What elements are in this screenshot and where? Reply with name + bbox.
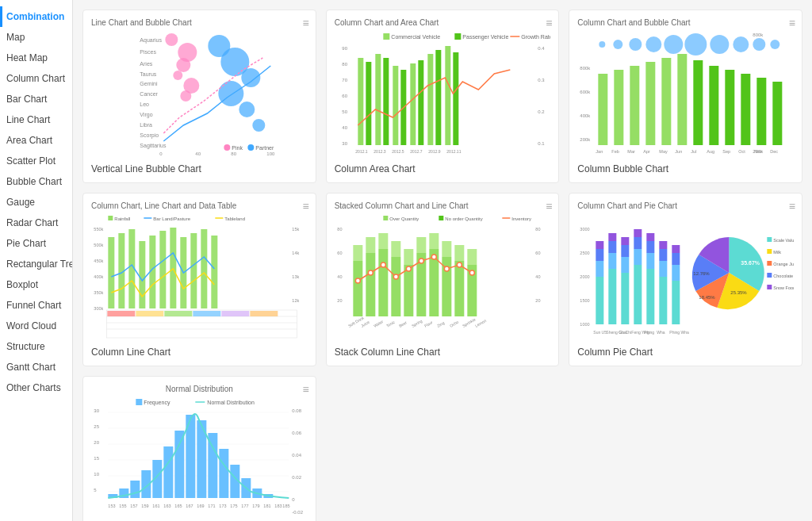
chart-menu-icon-6[interactable]: ≡: [789, 200, 795, 213]
svg-rect-205: [596, 249, 604, 261]
chart-title-1: Vertical Line Bubble Chart: [91, 163, 308, 174]
svg-rect-122: [108, 237, 114, 308]
svg-point-183: [431, 255, 436, 259]
sidebar-item-rectangular-tree[interactable]: Rectangular Tree: [0, 254, 72, 274]
svg-rect-125: [139, 241, 145, 308]
svg-rect-223: [660, 277, 668, 324]
svg-text:300k: 300k: [94, 306, 103, 311]
svg-rect-89: [741, 74, 751, 145]
sidebar-item-pie-chart[interactable]: Pie Chart: [0, 233, 72, 254]
sidebar-item-structure[interactable]: Structure: [0, 336, 72, 357]
svg-text:10: 10: [94, 472, 99, 477]
svg-point-18: [173, 71, 182, 80]
svg-text:40: 40: [195, 151, 201, 156]
svg-text:20: 20: [337, 298, 342, 303]
svg-text:1500: 1500: [580, 298, 590, 303]
svg-rect-168: [416, 237, 426, 253]
svg-rect-131: [201, 229, 207, 308]
chart-card-bubble-line: ≡ Line Chart and Bubble Chart Aquarius P…: [82, 10, 316, 183]
svg-rect-130: [190, 233, 197, 308]
sidebar-item-line-chart[interactable]: Line Chart: [0, 109, 72, 130]
svg-rect-204: [596, 261, 604, 277]
chart-menu-icon-3[interactable]: ≡: [789, 17, 795, 29]
svg-rect-253: [136, 399, 142, 405]
chart-inner-title-3: Column Chart and Bubble Chart: [577, 18, 794, 27]
sidebar-item-area-chart[interactable]: Area Chart: [0, 130, 72, 151]
svg-text:25: 25: [94, 424, 99, 429]
svg-rect-244: [768, 285, 772, 289]
svg-text:No order Quantity: No order Quantity: [445, 216, 482, 221]
main-content: ≡ Line Chart and Bubble Chart Aquarius P…: [73, 0, 812, 521]
chart-menu-icon[interactable]: ≡: [302, 17, 308, 29]
chart-menu-icon-7[interactable]: ≡: [302, 383, 308, 396]
svg-text:90: 90: [342, 46, 347, 51]
svg-text:3000: 3000: [580, 227, 590, 232]
svg-point-71: [685, 33, 707, 56]
svg-text:400k: 400k: [94, 274, 103, 279]
sidebar-item-bubble-chart[interactable]: Bubble Chart: [0, 171, 72, 192]
svg-rect-49: [366, 62, 371, 145]
chart-menu-icon-5[interactable]: ≡: [546, 200, 552, 213]
svg-rect-166: [404, 249, 413, 265]
chart-visual-normal-dist: Frequency Normal Distribution 30 25 20 1…: [91, 395, 308, 521]
svg-text:Wha: Wha: [657, 330, 666, 335]
svg-rect-90: [757, 78, 767, 145]
svg-text:Phing: Phing: [645, 330, 655, 335]
svg-rect-57: [435, 50, 441, 145]
sidebar-item-combination[interactable]: Combination: [0, 6, 72, 27]
sidebar-item-word-cloud[interactable]: Word Cloud: [0, 316, 72, 336]
svg-text:153: 153: [108, 504, 115, 508]
svg-text:Jun: Jun: [676, 149, 683, 154]
svg-point-75: [771, 40, 780, 49]
svg-text:800k: 800k: [753, 33, 764, 37]
svg-text:Scorpio: Scorpio: [140, 132, 159, 139]
sidebar-item-map[interactable]: Map: [0, 27, 72, 48]
svg-rect-238: [768, 249, 772, 254]
chart-grid-bottom: ≡ Normal Distribution Frequency Normal D…: [82, 376, 802, 521]
svg-text:Growth Rate: Growth Rate: [521, 34, 550, 40]
sidebar-item-gauge[interactable]: Gauge: [0, 192, 72, 213]
svg-rect-50: [375, 54, 381, 145]
svg-text:20: 20: [94, 440, 99, 445]
svg-text:181: 181: [263, 504, 270, 508]
svg-text:40: 40: [337, 274, 342, 279]
svg-text:12k: 12k: [292, 298, 299, 303]
svg-rect-163: [391, 257, 400, 316]
svg-rect-54: [410, 63, 416, 145]
sidebar-item-gantt-chart[interactable]: Gantt Chart: [0, 357, 72, 377]
svg-rect-81: [615, 70, 624, 145]
svg-point-185: [457, 262, 462, 267]
svg-text:80: 80: [231, 151, 236, 156]
sidebar-item-funnel-chart[interactable]: Funnel Chart: [0, 295, 72, 316]
sidebar-item-radar-chart[interactable]: Radar Chart: [0, 213, 72, 233]
sidebar-item-boxplot[interactable]: Boxplot: [0, 274, 72, 295]
svg-text:Rainfall: Rainfall: [114, 216, 130, 221]
svg-text:0: 0: [292, 497, 295, 502]
chart-menu-icon-2[interactable]: ≡: [546, 17, 552, 29]
svg-text:Jan: Jan: [596, 149, 603, 154]
svg-rect-203: [596, 277, 604, 324]
svg-rect-172: [442, 241, 451, 257]
svg-rect-59: [453, 52, 458, 145]
svg-rect-236: [768, 237, 772, 242]
svg-text:1000: 1000: [580, 322, 590, 327]
svg-text:171: 171: [208, 504, 215, 508]
sidebar-item-other-charts[interactable]: Other Charts: [0, 377, 72, 398]
svg-point-72: [710, 35, 730, 54]
chart-menu-icon-4[interactable]: ≡: [302, 200, 308, 213]
svg-point-20: [180, 90, 191, 102]
svg-text:169: 169: [197, 504, 204, 508]
svg-text:500k: 500k: [94, 243, 103, 247]
svg-text:Leo: Leo: [140, 102, 149, 107]
svg-text:14k: 14k: [292, 251, 299, 255]
svg-text:80: 80: [342, 62, 347, 67]
sidebar-item-bar-chart[interactable]: Bar Chart: [0, 89, 72, 109]
sidebar-item-column-chart[interactable]: Column Chart: [0, 68, 72, 89]
sidebar-item-heatmap[interactable]: Heat Map: [0, 48, 72, 68]
svg-text:Mar: Mar: [628, 149, 636, 154]
svg-text:13k: 13k: [292, 274, 299, 279]
sidebar-item-scatter-plot[interactable]: Scatter Plot: [0, 151, 72, 171]
svg-rect-280: [163, 446, 173, 498]
svg-text:Aquarius: Aquarius: [140, 37, 162, 44]
svg-text:0.02: 0.02: [292, 475, 301, 480]
